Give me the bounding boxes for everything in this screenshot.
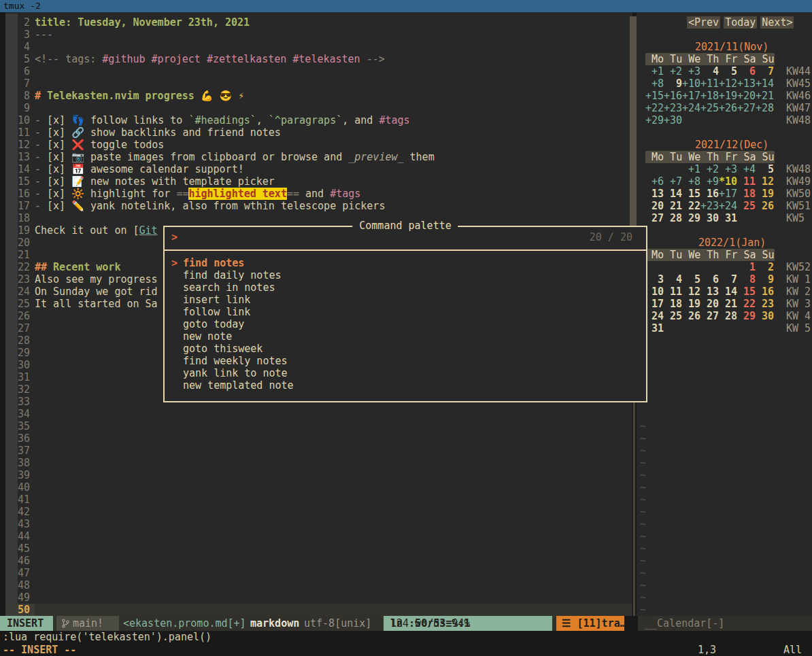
palette-item[interactable]: new note xyxy=(165,330,646,343)
calendar-day[interactable]: +17 xyxy=(682,90,700,102)
calendar-day[interactable]: 21 xyxy=(664,200,682,212)
calendar-day[interactable]: 9 xyxy=(664,77,682,90)
palette-item[interactable]: insert link xyxy=(165,294,646,306)
palette-item[interactable]: new templated note xyxy=(165,379,646,392)
palette-item[interactable]: goto thisweek xyxy=(165,343,646,355)
calendar-day[interactable]: 18 xyxy=(664,298,682,310)
tab-indicator[interactable]: ☰ [11]tra… xyxy=(556,616,624,631)
calendar-day[interactable]: +14 xyxy=(756,77,774,90)
palette-prompt-caret[interactable]: > xyxy=(171,231,177,243)
calendar-day[interactable]: 10 xyxy=(645,286,664,298)
calendar-day[interactable]: +29 xyxy=(645,114,664,126)
calendar-day[interactable]: 3 xyxy=(645,273,664,286)
calendar-day[interactable]: +11 xyxy=(700,77,719,90)
calendar-day[interactable]: +21 xyxy=(756,90,774,102)
calendar-day[interactable]: +2 xyxy=(700,163,719,175)
calendar-day[interactable]: 9 xyxy=(756,273,774,286)
palette-item[interactable]: follow link xyxy=(165,306,646,318)
calendar-day[interactable]: 28 xyxy=(664,212,682,224)
palette-item[interactable]: >find notes xyxy=(165,257,646,269)
calendar-day[interactable]: 21 xyxy=(719,298,737,310)
calendar-day[interactable]: 19 xyxy=(682,298,700,310)
calendar-day[interactable]: *10 xyxy=(719,175,737,188)
calendar-day[interactable]: 24 xyxy=(645,310,664,322)
calendar-day[interactable]: 23 xyxy=(756,298,774,310)
calendar-day[interactable]: +25 xyxy=(700,102,719,114)
calendar-day[interactable]: 18 xyxy=(737,188,756,200)
calendar-day[interactable]: 26 xyxy=(756,200,774,212)
calendar-day[interactable]: +15 xyxy=(645,90,664,102)
calendar-day[interactable]: 20 xyxy=(700,298,719,310)
calendar-day[interactable]: 27 xyxy=(700,310,719,322)
calendar-day[interactable]: +1 xyxy=(645,65,664,77)
calendar-day[interactable]: +8 xyxy=(645,77,664,90)
calendar-day[interactable]: +4 xyxy=(737,163,756,175)
calendar-day[interactable]: 12 xyxy=(756,175,774,188)
calendar-day[interactable]: 29 xyxy=(737,310,756,322)
calendar-day[interactable]: 16 xyxy=(700,188,719,200)
calendar-day[interactable]: 30 xyxy=(700,212,719,224)
palette-item[interactable]: search in notes xyxy=(165,281,646,294)
calendar-day[interactable]: 25 xyxy=(737,200,756,212)
scrollbar-thumb[interactable] xyxy=(630,16,637,226)
calendar-day[interactable]: 11 xyxy=(737,175,756,188)
calendar-day[interactable]: +7 xyxy=(664,175,682,188)
calendar-day[interactable]: 4 xyxy=(700,65,719,77)
calendar-day[interactable]: +9 xyxy=(700,175,719,188)
calendar-day[interactable]: +2 xyxy=(664,65,682,77)
calendar-day[interactable]: 13 xyxy=(700,286,719,298)
calendar-day[interactable]: 2 xyxy=(756,261,774,273)
calendar-day[interactable]: +18 xyxy=(700,90,719,102)
calendar-day[interactable]: 14 xyxy=(664,188,682,200)
palette-item[interactable]: find daily notes xyxy=(165,269,646,281)
calendar-day[interactable]: 26 xyxy=(682,310,700,322)
calendar-day[interactable]: +3 xyxy=(682,65,700,77)
calendar-day[interactable]: +16 xyxy=(664,90,682,102)
calendar-day[interactable]: +22 xyxy=(645,102,664,114)
calendar-day[interactable]: +8 xyxy=(682,175,700,188)
calendar-day[interactable]: 5 xyxy=(756,163,774,175)
calendar-day[interactable]: +23 xyxy=(700,200,719,212)
calendar-day[interactable]: +24 xyxy=(682,102,700,114)
command-line[interactable]: :lua require('telekasten').panel() xyxy=(0,631,812,644)
calendar-day[interactable]: 30 xyxy=(756,310,774,322)
calendar-day[interactable]: +30 xyxy=(664,114,682,126)
calendar-day[interactable]: 5 xyxy=(719,65,737,77)
calendar-day[interactable]: 8 xyxy=(737,273,756,286)
calendar-day[interactable]: 6 xyxy=(737,65,756,77)
calendar-day[interactable]: +1 xyxy=(682,163,700,175)
calendar-day[interactable]: 1 xyxy=(737,261,756,273)
calendar-next-button[interactable]: Next> xyxy=(760,16,794,29)
calendar-day[interactable]: +19 xyxy=(719,90,737,102)
calendar-day[interactable]: 14 xyxy=(719,286,737,298)
calendar-day[interactable]: 19 xyxy=(756,188,774,200)
calendar-day[interactable]: 17 xyxy=(645,298,664,310)
calendar-day[interactable]: 7 xyxy=(756,65,774,77)
calendar-day[interactable]: 15 xyxy=(682,188,700,200)
calendar-day[interactable]: 27 xyxy=(645,212,664,224)
calendar-day[interactable]: +20 xyxy=(737,90,756,102)
calendar-day[interactable]: 25 xyxy=(664,310,682,322)
calendar-prev-button[interactable]: <Prev xyxy=(687,16,720,29)
calendar-day[interactable]: 13 xyxy=(645,188,664,200)
palette-item[interactable]: goto today xyxy=(165,318,646,330)
calendar-today-button[interactable]: Today xyxy=(724,16,757,29)
calendar-day[interactable]: +23 xyxy=(664,102,682,114)
palette-item[interactable]: find weekly notes xyxy=(165,355,646,367)
calendar-day[interactable]: +10 xyxy=(682,77,700,90)
calendar-day[interactable]: 29 xyxy=(682,212,700,224)
calendar-day[interactable]: +24 xyxy=(719,200,737,212)
calendar-day[interactable]: +28 xyxy=(756,102,774,114)
calendar-day[interactable]: +17 xyxy=(719,188,737,200)
calendar-day[interactable]: 6 xyxy=(700,273,719,286)
calendar-day[interactable]: 28 xyxy=(719,310,737,322)
calendar-day[interactable]: 5 xyxy=(682,273,700,286)
calendar-day[interactable]: 31 xyxy=(719,212,737,224)
calendar-day[interactable]: 31 xyxy=(645,322,664,334)
calendar-day[interactable]: 7 xyxy=(719,273,737,286)
calendar-day[interactable]: +13 xyxy=(737,77,756,90)
calendar-day[interactable]: 12 xyxy=(682,286,700,298)
calendar-day[interactable]: +27 xyxy=(737,102,756,114)
calendar-day[interactable]: 11 xyxy=(664,286,682,298)
calendar-day[interactable]: +6 xyxy=(645,175,664,188)
